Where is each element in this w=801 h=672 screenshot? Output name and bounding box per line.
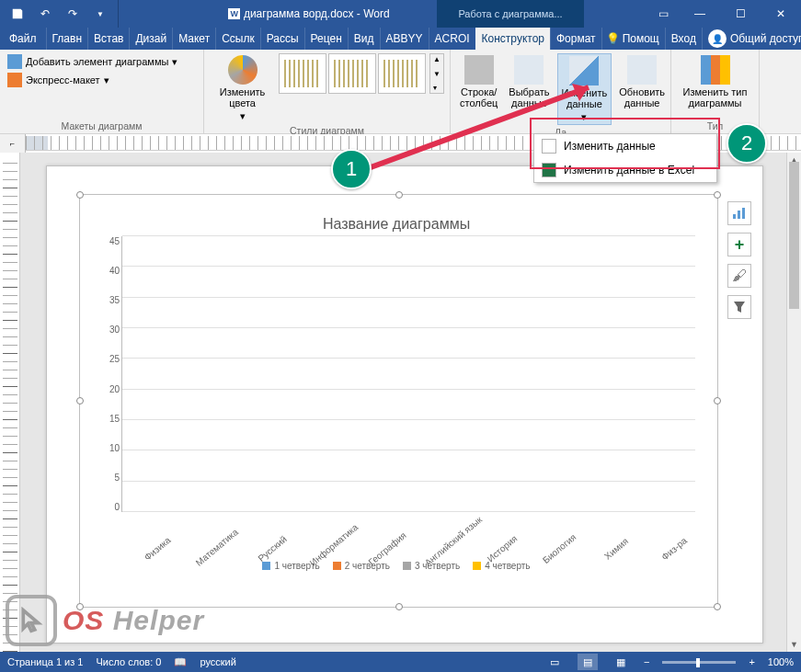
tab-home[interactable]: Главн	[46, 28, 88, 50]
dropdown-edit-data[interactable]: Изменить данные	[534, 134, 716, 158]
page-scroll-area[interactable]: + 🖌 Название диаграммы 45403530252015105…	[20, 153, 786, 652]
change-chart-type-button[interactable]: Изменить тип диаграммы	[677, 53, 753, 110]
close-button[interactable]: ✕	[761, 0, 801, 28]
status-page[interactable]: Страница 1 из 1	[7, 656, 83, 667]
spellcheck-icon[interactable]: 📖	[174, 656, 187, 668]
switch-row-column-button[interactable]: Строка/столбец	[456, 53, 501, 110]
chart-bars[interactable]	[121, 236, 695, 512]
svg-rect-0	[733, 214, 736, 219]
change-colors-button[interactable]: Изменить цвета▾	[210, 53, 275, 123]
zoom-in-button[interactable]: +	[749, 656, 754, 667]
chart-styles-gallery[interactable]	[279, 53, 426, 94]
tab-review[interactable]: Рецен	[304, 28, 348, 50]
tab-view[interactable]: Вид	[348, 28, 380, 50]
status-bar: Страница 1 из 1 Число слов: 0 📖 русский …	[0, 652, 801, 672]
gallery-more-icon[interactable]: ▾	[430, 83, 443, 93]
signin-button[interactable]: Вход	[665, 28, 702, 50]
save-qat-icon[interactable]	[6, 2, 29, 26]
group-chart-layouts-label: Макеты диаграмм	[6, 119, 198, 131]
tab-insert[interactable]: Встав	[87, 28, 129, 50]
tab-layout[interactable]: Макет	[172, 28, 215, 50]
share-button[interactable]: 👤Общий доступ	[702, 28, 801, 50]
express-layout-button[interactable]: Экспресс-макет ▾	[6, 72, 179, 88]
maximize-button[interactable]: ☐	[720, 0, 761, 28]
annotation-badge-1: 1	[331, 149, 372, 189]
chart-title[interactable]: Название диаграммы	[97, 216, 695, 233]
chart-type-icon	[701, 55, 730, 85]
annotation-badge-2: 2	[727, 123, 767, 164]
edit-data-dropdown: Изменить данные Изменить данные в Excel	[533, 133, 717, 183]
refresh-icon	[627, 55, 657, 85]
minimize-button[interactable]: —	[680, 0, 720, 28]
chart-filters-button[interactable]: 🖌	[727, 264, 751, 288]
word-app-icon: W	[228, 8, 240, 19]
tab-references[interactable]: Ссылк	[215, 28, 260, 50]
zoom-slider[interactable]	[662, 661, 736, 664]
edit-data-icon	[569, 56, 599, 85]
zoom-level[interactable]: 100%	[768, 656, 794, 667]
status-language[interactable]: русский	[200, 656, 235, 667]
page: + 🖌 Название диаграммы 45403530252015105…	[46, 165, 763, 644]
excel-icon	[542, 163, 556, 177]
edit-data-button[interactable]: Изменить данные▾	[557, 53, 612, 125]
gallery-down-icon[interactable]: ▼	[430, 69, 443, 79]
x-axis-labels: ФизикаМатематикаРусскийИнформатикаГеогра…	[121, 514, 695, 524]
chart-elements-button[interactable]	[727, 201, 751, 225]
edit-data-small-icon	[542, 139, 556, 154]
zoom-out-button[interactable]: −	[644, 656, 649, 667]
refresh-data-button[interactable]: Обновить данные	[615, 53, 669, 110]
select-data-icon	[514, 55, 544, 85]
select-data-button[interactable]: Выбрать данные	[505, 53, 553, 110]
tab-selector-icon[interactable]: ⌐	[0, 134, 26, 153]
legend-item-3: 3 четверть	[415, 561, 460, 571]
tab-design[interactable]: Дизай	[129, 28, 172, 50]
add-chart-element-button[interactable]: Добавить элемент диаграммы ▾	[6, 53, 179, 70]
vertical-ruler[interactable]	[0, 153, 20, 652]
svg-rect-1	[738, 211, 740, 219]
document-title: диаграмма ворд.docx - Word	[244, 7, 390, 20]
brush-icon: 🖌	[732, 268, 747, 284]
cursor-icon	[6, 595, 57, 646]
chart-tools-context-tab: Работа с диаграмма...	[437, 0, 584, 28]
switch-row-col-icon	[464, 55, 494, 85]
view-read-mode-icon[interactable]: ▭	[544, 654, 565, 670]
tab-mailings[interactable]: Рассы	[260, 28, 304, 50]
view-web-layout-icon[interactable]: ▦	[611, 654, 631, 670]
ribbon-tabs: Файл Главн Встав Дизай Макет Ссылк Рассы…	[0, 28, 801, 50]
tab-format[interactable]: Формат	[550, 28, 601, 50]
colors-icon	[228, 55, 257, 85]
ribbon: Добавить элемент диаграммы ▾ Экспресс-ма…	[0, 50, 801, 134]
redo-qat-icon[interactable]: ↷	[61, 2, 85, 26]
tab-abbyy[interactable]: ABBYY	[380, 28, 429, 50]
title-bar: ↶ ↷ ▼ W диаграмма ворд.docx - Word Работ…	[0, 0, 801, 28]
status-word-count[interactable]: Число слов: 0	[96, 656, 161, 667]
qat-customize-icon[interactable]: ▼	[88, 2, 112, 26]
document-area: + 🖌 Название диаграммы 45403530252015105…	[0, 153, 801, 652]
express-layout-icon	[7, 73, 22, 87]
view-print-layout-icon[interactable]: ▤	[578, 654, 598, 670]
svg-rect-2	[742, 208, 745, 219]
chart-styles-button[interactable]: +	[727, 233, 751, 256]
lightbulb-icon: 💡	[606, 32, 620, 45]
y-axis: 454035302520151050	[97, 236, 121, 512]
person-icon: 👤	[708, 29, 727, 48]
tab-constructor[interactable]: Конструктор	[475, 28, 550, 50]
tab-file[interactable]: Файл	[0, 28, 46, 50]
tab-tell-me[interactable]: 💡Помощ	[601, 28, 665, 50]
ribbon-display-options-icon[interactable]: ▭	[647, 7, 680, 20]
gallery-up-icon[interactable]: ▲	[430, 54, 443, 64]
chart-plot-area[interactable]: 454035302520151050	[97, 236, 695, 512]
funnel-icon	[733, 301, 746, 313]
plus-icon: +	[735, 235, 745, 255]
watermark-logo: OS Helper	[6, 595, 204, 646]
dropdown-edit-data-excel[interactable]: Изменить данные в Excel	[534, 158, 716, 182]
tab-acrobat[interactable]: ACROI	[429, 28, 475, 50]
undo-qat-icon[interactable]: ↶	[33, 2, 57, 26]
chart-icon	[732, 207, 747, 220]
vertical-scrollbar[interactable]: ▲ ▼	[786, 153, 801, 652]
add-element-icon	[7, 54, 22, 69]
chart-filter-button[interactable]	[727, 295, 751, 319]
